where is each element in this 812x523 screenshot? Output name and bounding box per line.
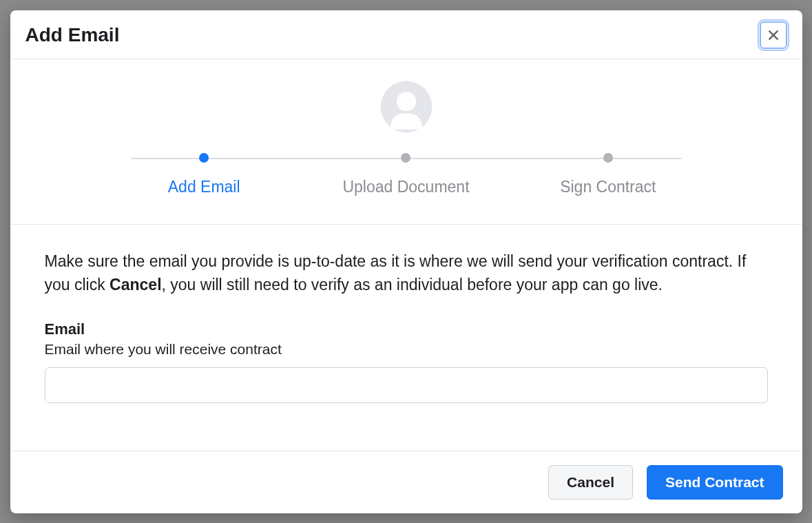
instruction-text-part2: , you will still need to verify as an in… (162, 276, 663, 294)
modal-header: Add Email (10, 10, 802, 59)
add-email-modal: Add Email Add Email (10, 10, 802, 513)
instruction-text: Make sure the email you provide is up-to… (45, 249, 768, 297)
step-dot-active (199, 153, 209, 163)
modal-body: Make sure the email you provide is up-to… (10, 225, 802, 451)
close-button[interactable] (760, 21, 787, 49)
cancel-button[interactable]: Cancel (548, 465, 633, 500)
step-label: Upload Document (342, 178, 469, 196)
send-contract-button[interactable]: Send Contract (647, 465, 783, 500)
modal-title: Add Email (25, 24, 120, 46)
step-label: Add Email (168, 178, 240, 196)
stepper: Add Email Upload Document Sign Contract (103, 153, 709, 196)
step-dot (401, 153, 410, 163)
step-label: Sign Contract (560, 178, 656, 196)
step-add-email: Add Email (103, 153, 305, 196)
step-sign-contract: Sign Contract (507, 153, 709, 196)
email-field-help: Email where you will receive contract (45, 341, 768, 358)
close-icon (766, 28, 781, 43)
avatar-placeholder (379, 80, 433, 134)
modal-footer: Cancel Send Contract (10, 451, 802, 513)
step-upload-document: Upload Document (305, 153, 507, 196)
stepper-section: Add Email Upload Document Sign Contract (10, 59, 802, 225)
email-field-label: Email (45, 320, 768, 338)
email-input[interactable] (45, 367, 768, 403)
svg-point-3 (396, 92, 415, 111)
person-silhouette-icon (379, 80, 433, 134)
step-dot (603, 153, 613, 163)
instruction-text-bold: Cancel (110, 276, 161, 294)
